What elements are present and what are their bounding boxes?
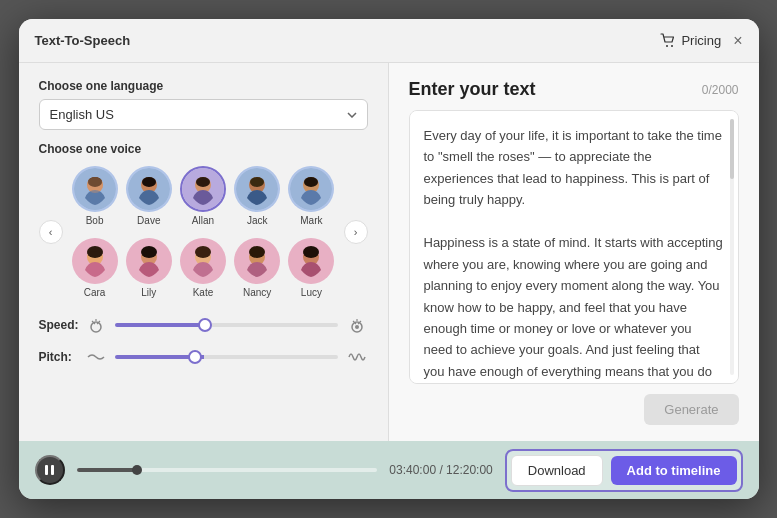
voice-name-jack: Jack <box>247 215 268 226</box>
text-content: Every day of your life, it is important … <box>424 125 724 384</box>
pitch-row: Pitch: <box>39 346 368 368</box>
svg-point-11 <box>196 177 210 187</box>
voice-kate[interactable]: Kate <box>177 234 229 302</box>
avatar-svg-jack <box>236 168 278 210</box>
voice-name-dave: Dave <box>137 215 160 226</box>
svg-point-1 <box>671 45 673 47</box>
modal-window: Text-To-Speech Pricing × Choose one lang… <box>19 19 759 499</box>
close-button[interactable]: × <box>733 33 742 49</box>
cart-icon <box>660 33 676 49</box>
pitch-slider[interactable] <box>115 355 338 359</box>
text-header: Enter your text 0/2000 <box>409 79 739 100</box>
voice-jack[interactable]: Jack <box>231 162 283 230</box>
svg-point-35 <box>355 325 359 329</box>
voice-avatar-bob <box>72 166 118 212</box>
pause-icon <box>45 465 54 475</box>
download-button[interactable]: Download <box>511 455 603 486</box>
voice-avatar-jack <box>234 166 280 212</box>
voice-mark[interactable]: Mark <box>285 162 337 230</box>
voice-lily[interactable]: Lily <box>123 234 175 302</box>
scrollbar-thumb <box>730 119 734 179</box>
language-section: Choose one language English US <box>39 79 368 130</box>
speed-fast-icon <box>346 314 368 336</box>
text-area-wrapper[interactable]: Every day of your life, it is important … <box>409 110 739 384</box>
voice-name-nancy: Nancy <box>243 287 271 298</box>
avatar-svg-cara <box>74 240 116 282</box>
voice-avatar-lily <box>126 238 172 284</box>
left-panel: Choose one language English US Choose on… <box>19 63 389 441</box>
svg-point-8 <box>142 177 156 187</box>
voice-avatar-allan <box>180 166 226 212</box>
voice-name-lily: Lily <box>141 287 156 298</box>
audio-progress-bar[interactable] <box>77 468 378 472</box>
pricing-button[interactable]: Pricing <box>660 33 721 49</box>
avatar-svg-nancy <box>236 240 278 282</box>
pitch-low-icon <box>85 346 107 368</box>
generate-button[interactable]: Generate <box>644 394 738 425</box>
avatar-svg-allan <box>182 168 224 210</box>
svg-point-17 <box>304 177 318 187</box>
speed-slow-icon <box>85 314 107 336</box>
pitch-control: Pitch: <box>39 346 368 368</box>
progress-thumb <box>132 465 142 475</box>
voices-grid: Bob Dave <box>63 162 344 302</box>
right-panel: Enter your text 0/2000 Every day of your… <box>389 63 759 441</box>
next-voice-arrow[interactable]: › <box>344 220 368 244</box>
voice-dave[interactable]: Dave <box>123 162 175 230</box>
voice-name-allan: Allan <box>192 215 214 226</box>
pitch-label: Pitch: <box>39 350 77 364</box>
time-display: 03:40:00 / 12:20:00 <box>389 463 492 477</box>
voice-avatar-lucy <box>288 238 334 284</box>
text-area-title: Enter your text <box>409 79 536 100</box>
pause-bar-1 <box>45 465 48 475</box>
pitch-high-icon <box>346 346 368 368</box>
avatar-svg-dave <box>128 168 170 210</box>
voice-label: Choose one voice <box>39 142 368 156</box>
pause-button[interactable] <box>35 455 65 485</box>
prev-voice-arrow[interactable]: ‹ <box>39 220 63 244</box>
svg-point-14 <box>250 177 264 187</box>
pause-bar-2 <box>51 465 54 475</box>
scrollbar-track <box>730 119 734 375</box>
voice-name-bob: Bob <box>86 215 104 226</box>
voice-allan[interactable]: Allan <box>177 162 229 230</box>
voice-name-cara: Cara <box>84 287 106 298</box>
language-select[interactable]: English US <box>39 99 368 130</box>
voice-avatar-cara <box>72 238 118 284</box>
voice-avatar-kate <box>180 238 226 284</box>
avatar-svg-lucy <box>290 240 332 282</box>
svg-point-33 <box>91 322 101 332</box>
speed-control: Speed: <box>39 314 368 336</box>
generate-row: Generate <box>409 394 739 425</box>
speed-row: Speed: <box>39 314 368 336</box>
voice-avatar-mark <box>288 166 334 212</box>
char-count: 0/2000 <box>702 83 739 97</box>
avatar-svg-bob <box>74 168 116 210</box>
avatar-svg-lily <box>128 240 170 282</box>
language-label: Choose one language <box>39 79 368 93</box>
voice-lucy[interactable]: Lucy <box>285 234 337 302</box>
voice-nancy[interactable]: Nancy <box>231 234 283 302</box>
main-content: Choose one language English US Choose on… <box>19 63 759 441</box>
voice-name-mark: Mark <box>300 215 322 226</box>
avatar-svg-mark <box>290 168 332 210</box>
voice-avatar-dave <box>126 166 172 212</box>
voice-name-lucy: Lucy <box>301 287 322 298</box>
avatar-svg-kate <box>182 240 224 282</box>
titlebar: Text-To-Speech Pricing × <box>19 19 759 63</box>
speed-label: Speed: <box>39 318 77 332</box>
speed-slider[interactable] <box>115 323 338 327</box>
bottom-bar: 03:40:00 / 12:20:00 Download Add to time… <box>19 441 759 499</box>
voice-avatar-nancy <box>234 238 280 284</box>
sliders-section: Speed: <box>39 314 368 368</box>
voice-name-kate: Kate <box>193 287 214 298</box>
voices-section: Choose one voice ‹ <box>39 142 368 302</box>
svg-point-5 <box>87 177 103 193</box>
add-to-timeline-button[interactable]: Add to timeline <box>611 456 737 485</box>
app-title: Text-To-Speech <box>35 33 131 48</box>
progress-fill <box>77 468 137 472</box>
voice-bob[interactable]: Bob <box>69 162 121 230</box>
action-buttons-group: Download Add to timeline <box>505 449 743 492</box>
titlebar-actions: Pricing × <box>660 33 742 49</box>
voice-cara[interactable]: Cara <box>69 234 121 302</box>
